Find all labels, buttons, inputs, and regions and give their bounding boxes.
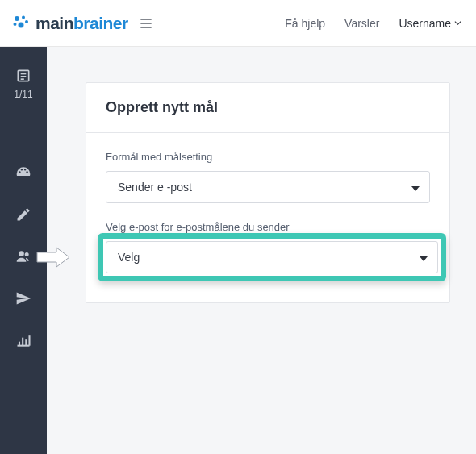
email-select[interactable]: Velg [106,241,438,273]
chart-icon [15,332,31,350]
purpose-label: Formål med målsetting [106,151,430,163]
header-nav: Få hjelp Varsler Username [285,17,461,30]
field-purpose: Formål med målsetting Sender e -post [106,151,430,203]
card: Opprett nytt mål Formål med målsetting S… [86,82,450,303]
email-select-label: Velg e-post for e-postmålene du sender [106,221,430,233]
sidebar-item-dashboard[interactable] [0,165,47,182]
caret-down-icon [411,181,420,194]
card-header: Opprett nytt mål [86,83,449,133]
card-body: Formål med målsetting Sender e -post Vel… [86,133,449,302]
main: Opprett nytt mål Formål med målsetting S… [47,47,476,454]
caret-down-icon [420,251,428,264]
svg-point-1 [22,15,25,19]
svg-point-2 [14,23,17,26]
chevron-down-icon [454,19,461,27]
username-label: Username [399,17,451,30]
hamburger-icon[interactable] [138,15,154,31]
gauge-icon [15,165,31,182]
users-icon [15,248,31,266]
logo-dots-icon [11,14,31,33]
pencil-icon [15,206,31,224]
user-menu[interactable]: Username [399,17,461,30]
header: mainbrainer Få hjelp Varsler Username [0,0,476,47]
sidebar-item-send[interactable] [0,290,47,308]
purpose-value: Sender e -post [118,181,192,194]
highlighted-area: Velg [98,233,446,281]
card-title: Opprett nytt mål [106,99,430,116]
svg-point-0 [15,16,19,21]
logo-text: mainbrainer [35,14,128,33]
svg-point-3 [19,22,24,27]
sidebar-item-steps[interactable]: 1/11 [0,68,47,100]
svg-point-4 [25,20,28,23]
nav-alerts[interactable]: Varsler [344,17,379,30]
svg-point-13 [25,252,29,256]
arrow-pointer-icon [35,246,71,272]
list-icon [15,68,31,85]
paper-plane-icon [15,290,31,308]
sidebar-item-edit[interactable] [0,206,47,224]
purpose-select[interactable]: Sender e -post [106,171,430,203]
svg-point-12 [19,251,24,256]
nav-help[interactable]: Få hjelp [285,17,325,30]
sidebar-item-analytics[interactable] [0,332,47,350]
logo[interactable]: mainbrainer [11,14,128,33]
field-email: Velg e-post for e-postmålene du sender V… [106,221,430,281]
step-counter: 1/11 [14,89,32,100]
email-select-value: Velg [118,251,140,264]
